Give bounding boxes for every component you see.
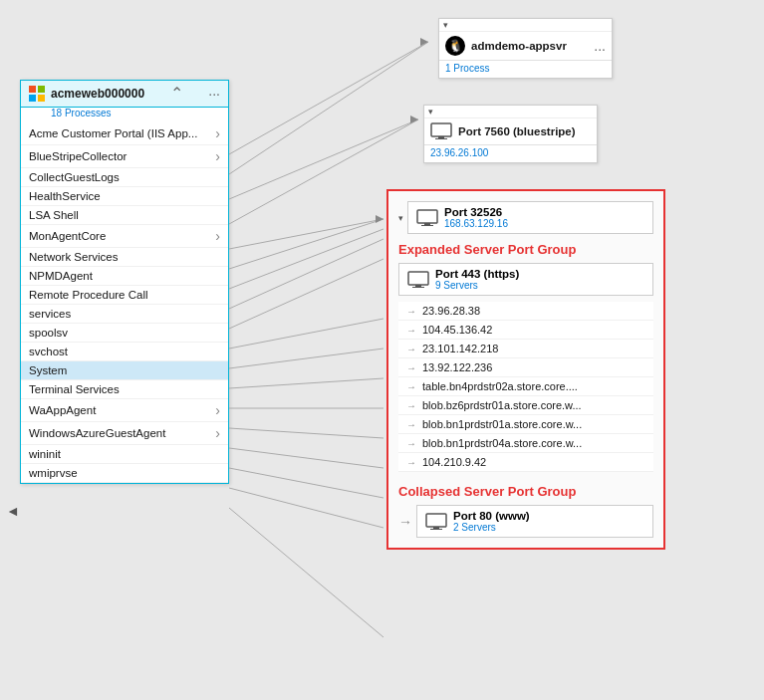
collapsed-group-title: Collapsed Server Port Group bbox=[398, 484, 653, 499]
server-ip-item[interactable]: table.bn4prdstr02a.store.core.... bbox=[398, 377, 653, 396]
svg-marker-30 bbox=[420, 38, 428, 46]
server-ip-item[interactable]: 23.96.28.38 bbox=[398, 302, 653, 321]
server-ip-item[interactable]: 23.101.142.218 bbox=[398, 340, 653, 358]
svg-line-22 bbox=[229, 349, 383, 368]
server-ip-item[interactable]: 13.92.122.236 bbox=[398, 358, 653, 377]
port-80-subtitle: 2 Servers bbox=[453, 522, 530, 533]
appsvr-header: 🐧 admdemo-appsvr ... bbox=[439, 32, 612, 61]
list-item[interactable]: BlueStripeCollector bbox=[21, 145, 228, 168]
svg-marker-32 bbox=[376, 215, 383, 223]
monitor-icon-32526 bbox=[416, 209, 438, 227]
more-button[interactable]: ··· bbox=[208, 86, 220, 102]
svg-line-19 bbox=[229, 239, 383, 309]
svg-rect-7 bbox=[415, 285, 421, 287]
port-80-title: Port 80 (www) bbox=[453, 510, 530, 522]
svg-line-20 bbox=[229, 259, 383, 329]
svg-rect-3 bbox=[417, 210, 437, 223]
list-item[interactable]: spoolsv bbox=[21, 324, 228, 343]
svg-line-28 bbox=[229, 488, 383, 528]
monitor-icon-7560 bbox=[430, 122, 452, 140]
svg-rect-0 bbox=[431, 123, 451, 136]
svg-rect-5 bbox=[421, 225, 433, 226]
svg-line-26 bbox=[229, 448, 383, 468]
port-80-card[interactable]: Port 80 (www) 2 Servers bbox=[416, 505, 653, 538]
server-ip-item[interactable]: blob.bz6prdstr01a.store.core.w... bbox=[398, 396, 653, 415]
monitor-icon-443 bbox=[407, 271, 429, 289]
list-item[interactable]: Remote Procedure Call bbox=[21, 286, 228, 305]
port-443-title: Port 443 (https) bbox=[435, 268, 519, 280]
svg-rect-8 bbox=[412, 287, 424, 288]
list-item[interactable]: HealthService bbox=[21, 187, 228, 206]
port-7560-title: Port 7560 (bluestripe) bbox=[458, 125, 576, 137]
list-item[interactable]: Acme Customer Portal (IIS App... bbox=[21, 122, 228, 145]
port-32526-subtitle: 168.63.129.16 bbox=[444, 218, 508, 229]
svg-rect-9 bbox=[426, 514, 446, 527]
svg-rect-11 bbox=[430, 529, 442, 530]
svg-line-25 bbox=[229, 428, 383, 438]
list-item[interactable]: MonAgentCore bbox=[21, 225, 228, 248]
list-item[interactable]: WindowsAzureGuestAgent bbox=[21, 422, 228, 445]
svg-line-17 bbox=[229, 219, 383, 269]
list-item[interactable]: Terminal Services bbox=[21, 380, 228, 399]
server-ip-item[interactable]: blob.bn1prdstr04a.store.core.w... bbox=[398, 434, 653, 453]
list-item[interactable]: WaAppAgent bbox=[21, 399, 228, 422]
port-32526-title: Port 32526 bbox=[444, 206, 508, 218]
port-443-subtitle: 9 Servers bbox=[435, 280, 519, 291]
list-item[interactable]: services bbox=[21, 305, 228, 324]
svg-line-13 bbox=[229, 42, 428, 174]
collapse-indicator-7560: ▾ bbox=[424, 106, 597, 118]
appsvr-node[interactable]: ▾ 🐧 admdemo-appsvr ... 1 Process bbox=[438, 18, 613, 79]
collapse-indicator: ▾ bbox=[439, 19, 612, 32]
list-item[interactable]: svchost bbox=[21, 343, 228, 361]
panel-title: acmeweb000000 bbox=[51, 87, 144, 101]
svg-line-21 bbox=[229, 319, 383, 349]
server-ip-item[interactable]: 104.210.9.42 bbox=[398, 453, 653, 472]
port-80-row: → Port 80 (www) 2 Servers bbox=[398, 505, 653, 538]
svg-rect-1 bbox=[438, 136, 444, 138]
linux-icon: 🐧 bbox=[445, 36, 465, 56]
svg-line-14 bbox=[229, 119, 418, 199]
port-7560-subtitle: 23.96.26.100 bbox=[424, 145, 597, 162]
server-ip-item[interactable]: blob.bn1prdstr01a.store.core.w... bbox=[398, 415, 653, 434]
list-item[interactable]: System bbox=[21, 361, 228, 380]
svg-line-27 bbox=[229, 468, 383, 498]
expanded-group: ▾ Port 32526 168.63.129.16 Expanded Serv… bbox=[386, 189, 665, 550]
svg-marker-31 bbox=[410, 116, 418, 123]
svg-line-18 bbox=[229, 229, 383, 289]
system-left-arrow: ◄ bbox=[6, 501, 16, 521]
server-ip-item[interactable]: 104.45.136.42 bbox=[398, 321, 653, 340]
left-panel-header: acmeweb000000 ⌃ ··· bbox=[21, 81, 228, 108]
left-panel: acmeweb000000 ⌃ ··· 18 Processes Acme Cu… bbox=[20, 80, 229, 484]
svg-rect-6 bbox=[408, 272, 428, 285]
svg-line-16 bbox=[229, 219, 383, 249]
list-item[interactable]: wininit bbox=[21, 445, 228, 464]
list-item[interactable]: Network Services bbox=[21, 248, 228, 267]
svg-rect-4 bbox=[424, 223, 430, 225]
list-item[interactable]: LSA Shell bbox=[21, 206, 228, 225]
panel-subtitle: 18 Processes bbox=[43, 108, 228, 122]
monitor-icon-80 bbox=[425, 513, 447, 531]
list-item[interactable]: CollectGuestLogs bbox=[21, 168, 228, 187]
port-7560-header: Port 7560 (bluestripe) bbox=[424, 118, 597, 145]
appsvr-more[interactable]: ... bbox=[594, 38, 606, 54]
port-32526-header-row: ▾ Port 32526 168.63.129.16 bbox=[398, 201, 653, 234]
collapse-button[interactable]: ⌃ bbox=[170, 86, 183, 102]
appsvr-title: admdemo-appsvr bbox=[471, 40, 567, 52]
port-7560-node[interactable]: ▾ Port 7560 (bluestripe) 23.96.26.100 bbox=[423, 105, 598, 163]
process-list: Acme Customer Portal (IIS App...BlueStri… bbox=[21, 122, 228, 483]
windows-icon bbox=[29, 86, 45, 102]
svg-line-12 bbox=[229, 42, 428, 154]
expanded-group-title: Expanded Server Port Group bbox=[398, 242, 653, 257]
port-32526-card[interactable]: Port 32526 168.63.129.16 bbox=[407, 201, 653, 234]
list-item[interactable]: NPMDAgent bbox=[21, 267, 228, 286]
svg-rect-10 bbox=[433, 527, 439, 529]
server-ip-list: 23.96.28.38104.45.136.4223.101.142.21813… bbox=[398, 302, 653, 472]
list-item[interactable]: wmiprvse bbox=[21, 464, 228, 483]
port-443-card[interactable]: Port 443 (https) 9 Servers bbox=[398, 263, 653, 296]
svg-rect-2 bbox=[435, 138, 447, 139]
appsvr-subtitle: 1 Process bbox=[439, 61, 612, 78]
svg-line-23 bbox=[229, 378, 383, 388]
svg-line-29 bbox=[229, 508, 383, 637]
